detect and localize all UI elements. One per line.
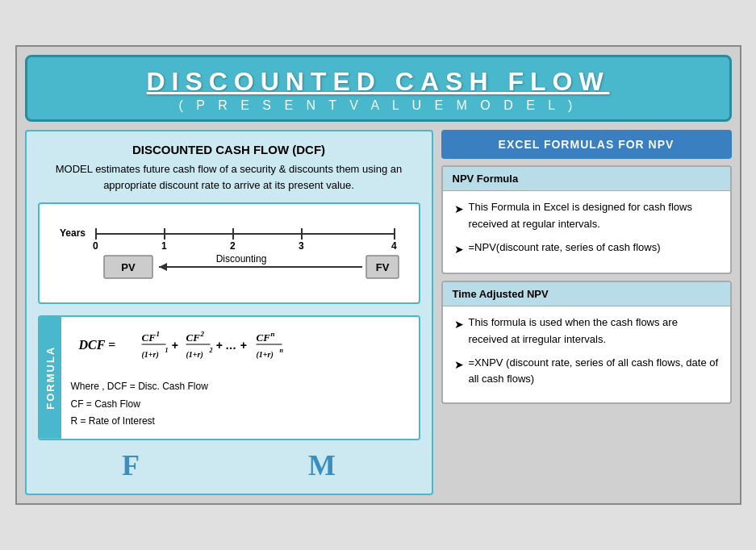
- right-header: EXCEL FORMULAS FOR NPV: [441, 130, 732, 159]
- header-subtitle: ( P R E S E N T V A L U E M O D E L ): [44, 98, 713, 113]
- svg-text:1: 1: [156, 330, 160, 338]
- svg-text:CF: CF: [186, 331, 200, 344]
- svg-text:(1+r): (1+r): [186, 350, 203, 360]
- svg-text:(1+r): (1+r): [256, 350, 273, 360]
- npv-bullet-1: ➤ This Formula in Excel is designed for …: [454, 199, 719, 233]
- dcf-desc: MODEL estimates future cash flow of a se…: [38, 161, 420, 193]
- timeline-box: Years 0 1 2 3 4 PV: [38, 202, 420, 304]
- dcf-title: DISCOUNTED CASH FLOW (DCF): [38, 143, 420, 156]
- legend-3: R = Rate of Interest: [71, 413, 409, 431]
- header-title: DISCOUNTED CASH FLOW: [44, 67, 713, 97]
- xnpv-bullet-1-text: This formula is used when the cash flows…: [469, 315, 719, 348]
- svg-text:1: 1: [165, 347, 168, 354]
- svg-text:Years: Years: [60, 227, 86, 239]
- xnpv-bullet-1: ➤ This formula is used when the cash flo…: [454, 315, 719, 348]
- xnpv-body: ➤ This formula is used when the cash flo…: [443, 306, 730, 402]
- bottom-row: F M: [38, 448, 420, 482]
- svg-text:CF: CF: [256, 331, 270, 344]
- legend-2: CF = Cash Flow: [71, 396, 409, 414]
- formula-svg: DCF = CF 1 (1+r) 1 + CF 2: [71, 325, 409, 367]
- content-row: DISCOUNTED CASH FLOW (DCF) MODEL estimat…: [25, 130, 732, 495]
- svg-text:n: n: [279, 347, 283, 354]
- svg-text:2: 2: [208, 347, 212, 354]
- formula-label: FORMULA: [40, 317, 61, 439]
- arrow-icon-4: ➤: [454, 356, 464, 389]
- legend-1: Where , DCF = Disc. Cash Flow: [71, 378, 409, 396]
- arrow-icon-3: ➤: [454, 315, 464, 348]
- main-container: DISCOUNTED CASH FLOW ( P R E S E N T V A…: [15, 45, 741, 505]
- svg-text:+ … +: + … +: [215, 339, 246, 352]
- svg-text:0: 0: [93, 240, 98, 252]
- bottom-letter-f: F: [122, 448, 140, 482]
- xnpv-bullet-2: ➤ =XNPV (discount rate, series of all ca…: [454, 355, 719, 389]
- svg-text:Discounting: Discounting: [215, 253, 266, 265]
- xnpv-section: Time Adjusted NPV ➤ This formula is used…: [441, 281, 732, 404]
- left-panel: DISCOUNTED CASH FLOW (DCF) MODEL estimat…: [25, 130, 433, 495]
- npv-bullet-1-text: This Formula in Excel is designed for ca…: [469, 199, 719, 233]
- svg-text:+: +: [171, 339, 178, 352]
- svg-text:2: 2: [230, 240, 236, 252]
- svg-text:1: 1: [161, 240, 167, 252]
- svg-text:CF: CF: [141, 331, 156, 344]
- npv-bullet-2-text: =NPV(discount rate, series of cash flows…: [469, 240, 719, 258]
- right-panel: EXCEL FORMULAS FOR NPV NPV Formula ➤ Thi…: [441, 130, 732, 495]
- arrow-icon-1: ➤: [454, 200, 464, 233]
- xnpv-title: Time Adjusted NPV: [443, 282, 730, 306]
- npv-section: NPV Formula ➤ This Formula in Excel is d…: [441, 165, 732, 274]
- svg-text:DCF =: DCF =: [77, 338, 115, 352]
- xnpv-bullet-2-text: =XNPV (discount rate, series of all cash…: [469, 355, 719, 389]
- npv-body: ➤ This Formula in Excel is designed for …: [443, 191, 730, 273]
- formula-content: DCF = CF 1 (1+r) 1 + CF 2: [61, 317, 419, 439]
- formula-outer: FORMULA DCF = CF 1 (1+r) 1: [38, 315, 420, 440]
- svg-text:2: 2: [199, 330, 204, 338]
- timeline-svg: Years 0 1 2 3 4 PV: [48, 214, 411, 286]
- npv-bullet-2: ➤ =NPV(discount rate, series of cash flo…: [454, 240, 719, 258]
- header-box: DISCOUNTED CASH FLOW ( P R E S E N T V A…: [25, 55, 732, 122]
- svg-text:4: 4: [391, 240, 397, 252]
- formula-legend: Where , DCF = Disc. Cash Flow CF = Cash …: [71, 378, 409, 431]
- svg-text:FV: FV: [375, 261, 389, 273]
- svg-text:(1+r): (1+r): [141, 350, 158, 360]
- svg-text:3: 3: [299, 240, 304, 252]
- svg-marker-17: [159, 263, 167, 271]
- arrow-icon-2: ➤: [454, 240, 464, 258]
- svg-text:n: n: [270, 330, 274, 338]
- formula-math: DCF = CF 1 (1+r) 1 + CF 2: [71, 325, 409, 370]
- npv-title: NPV Formula: [443, 167, 730, 191]
- svg-text:PV: PV: [121, 261, 136, 273]
- bottom-letter-m: M: [308, 448, 336, 482]
